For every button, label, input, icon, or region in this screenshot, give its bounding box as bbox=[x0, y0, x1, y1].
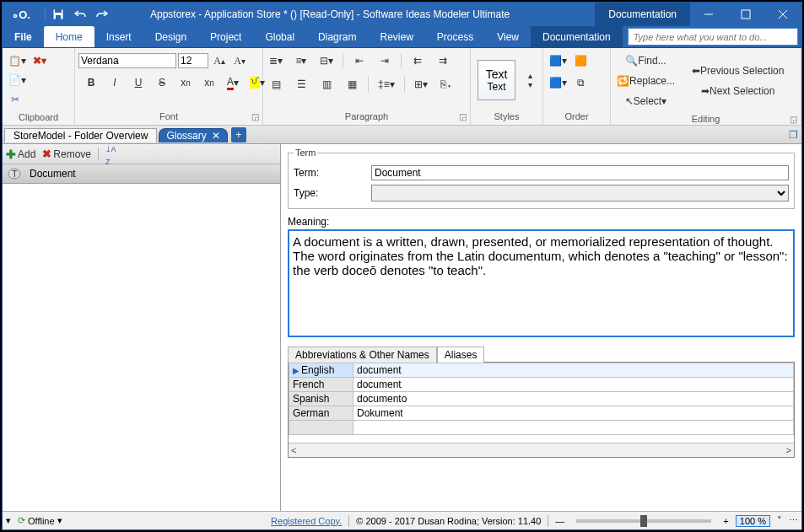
zoom-out-button[interactable]: — bbox=[555, 516, 564, 526]
undo-icon[interactable] bbox=[71, 6, 89, 23]
numbering-button[interactable]: ≡▾ bbox=[292, 51, 310, 70]
align-left-button[interactable]: ▤ bbox=[267, 75, 285, 94]
font-dialog-launcher[interactable]: ◲ bbox=[250, 112, 260, 122]
alias-value-cell[interactable]: document bbox=[353, 378, 794, 392]
close-tab-icon[interactable]: ✕ bbox=[212, 130, 220, 142]
save-icon[interactable] bbox=[49, 6, 67, 23]
indent-all-button[interactable]: ⇉ bbox=[434, 51, 452, 70]
next-selection-button[interactable]: ➡ Next Selection bbox=[689, 82, 786, 100]
multilevel-button[interactable]: ⊟▾ bbox=[317, 51, 336, 70]
previous-selection-button[interactable]: ⬅ Previous Selection bbox=[689, 62, 786, 80]
tab-design[interactable]: Design bbox=[143, 26, 198, 47]
styles-more-button[interactable]: ▴▾ bbox=[521, 71, 539, 89]
scroll-left-icon[interactable]: < bbox=[291, 445, 296, 455]
doc-tab-store-model[interactable]: StoreModel - Folder Overview bbox=[4, 128, 157, 142]
status-menu-button[interactable]: ▾ bbox=[6, 515, 11, 526]
new-tab-button[interactable]: + bbox=[231, 127, 246, 142]
alias-row[interactable]: Frenchdocument bbox=[289, 378, 794, 392]
scroll-right-icon[interactable]: > bbox=[786, 445, 791, 455]
add-term-button[interactable]: ✚Add bbox=[6, 148, 35, 161]
tab-project[interactable]: Project bbox=[198, 26, 253, 47]
alias-lang-cell[interactable]: French bbox=[289, 378, 353, 392]
copy-button[interactable]: 📄▾ bbox=[6, 71, 29, 89]
line-spacing-button[interactable]: ‡≡▾ bbox=[375, 75, 397, 94]
replace-button[interactable]: 🔁 Replace... bbox=[614, 72, 677, 90]
group-button[interactable]: ⧉ bbox=[571, 73, 590, 92]
increase-indent-button[interactable]: ⇥ bbox=[375, 51, 394, 70]
align-center-button[interactable]: ☰ bbox=[292, 75, 310, 94]
term-input[interactable] bbox=[371, 165, 789, 180]
zoom-slider[interactable] bbox=[576, 519, 711, 523]
remove-term-button[interactable]: ✖Remove bbox=[42, 148, 91, 160]
close-button[interactable] bbox=[764, 3, 801, 26]
decrease-indent-button[interactable]: ⇤ bbox=[350, 51, 369, 70]
italic-button[interactable]: I bbox=[105, 73, 124, 92]
tab-aliases[interactable]: Aliases bbox=[437, 347, 485, 363]
alias-table[interactable]: EnglishdocumentFrenchdocumentSpanishdocu… bbox=[289, 363, 794, 435]
contextual-tab-documentation[interactable]: Documentation bbox=[595, 3, 690, 26]
tabs-overflow-button[interactable]: ❐ bbox=[785, 129, 801, 141]
bold-button[interactable]: B bbox=[82, 73, 100, 92]
alias-row[interactable]: Spanishdocumento bbox=[289, 392, 794, 406]
maximize-button[interactable] bbox=[727, 3, 764, 26]
tab-view[interactable]: View bbox=[485, 26, 531, 47]
justify-button[interactable]: ▦ bbox=[343, 75, 361, 94]
delete-button[interactable]: ✖▾ bbox=[30, 51, 49, 70]
outdent-all-button[interactable]: ⇇ bbox=[408, 51, 427, 70]
type-select[interactable] bbox=[371, 185, 789, 202]
align-right-button[interactable]: ▥ bbox=[317, 75, 336, 94]
bullets-button[interactable]: ≣▾ bbox=[267, 51, 285, 70]
paragraph-dialog-launcher[interactable]: ◲ bbox=[457, 112, 467, 122]
tab-documentation[interactable]: Documentation bbox=[531, 26, 623, 47]
find-button[interactable]: 🔍 Find... bbox=[614, 51, 677, 70]
redo-icon[interactable] bbox=[93, 6, 111, 23]
style-text-card[interactable]: Text Text bbox=[478, 60, 515, 100]
alias-lang-cell[interactable]: German bbox=[289, 406, 353, 421]
alias-value-cell[interactable]: documento bbox=[353, 392, 794, 406]
font-color-button[interactable]: A▾ bbox=[224, 73, 242, 92]
send-backward-button[interactable]: 🟦▾ bbox=[547, 73, 569, 92]
alias-row[interactable]: GermanDokument bbox=[289, 406, 794, 421]
tab-abbreviations[interactable]: Abbreviations & Other Names bbox=[288, 347, 437, 363]
font-family-combo[interactable] bbox=[78, 53, 176, 68]
alias-lang-cell[interactable]: Spanish bbox=[289, 392, 353, 406]
zoom-dropdown[interactable]: ˅ bbox=[777, 515, 782, 526]
alias-value-cell[interactable]: Dokument bbox=[353, 406, 794, 421]
table-button[interactable]: ⊞▾ bbox=[412, 75, 430, 94]
term-list[interactable]: T Document bbox=[3, 164, 280, 511]
meaning-textarea[interactable]: A document is a written, drawn, presente… bbox=[288, 229, 795, 337]
alias-value-cell[interactable]: document bbox=[353, 363, 794, 378]
bring-front-button[interactable]: 🟧 bbox=[571, 51, 590, 70]
tell-me-search[interactable] bbox=[628, 28, 798, 46]
subscript-button[interactable]: xn bbox=[176, 73, 195, 92]
status-overflow[interactable]: ⋯ bbox=[789, 515, 798, 526]
tab-review[interactable]: Review bbox=[368, 26, 424, 47]
strike-button[interactable]: S bbox=[153, 73, 171, 92]
font-size-combo[interactable] bbox=[178, 53, 208, 68]
tab-diagram[interactable]: Diagram bbox=[306, 26, 368, 47]
doc-tab-glossary[interactable]: Glossary✕ bbox=[159, 128, 227, 142]
term-list-item[interactable]: T Document bbox=[3, 164, 280, 184]
underline-button[interactable]: U bbox=[129, 73, 148, 92]
editing-dialog-launcher[interactable]: ◲ bbox=[788, 115, 798, 125]
alias-row-empty[interactable] bbox=[289, 421, 794, 435]
alias-scrollbar[interactable]: <> bbox=[289, 443, 794, 457]
registered-link[interactable]: Registered Copy. bbox=[271, 516, 342, 526]
tab-insert[interactable]: Insert bbox=[94, 26, 143, 47]
zoom-in-button[interactable]: + bbox=[723, 516, 728, 526]
tab-file[interactable]: File bbox=[3, 26, 44, 47]
tab-home[interactable]: Home bbox=[44, 26, 94, 47]
grow-font-button[interactable]: A▴ bbox=[210, 51, 229, 70]
minimize-button[interactable] bbox=[690, 3, 727, 26]
alias-row[interactable]: Englishdocument bbox=[289, 363, 794, 378]
zoom-value[interactable]: 100 % bbox=[736, 515, 770, 527]
cut-button[interactable]: ✂ bbox=[6, 90, 24, 109]
superscript-button[interactable]: xn bbox=[200, 73, 219, 92]
tab-process[interactable]: Process bbox=[425, 26, 485, 47]
select-button[interactable]: ↖ Select ▾ bbox=[614, 92, 677, 110]
shrink-font-button[interactable]: A▾ bbox=[230, 51, 249, 70]
paste-button[interactable]: 📋▾ bbox=[6, 51, 29, 70]
page-break-button[interactable]: ⎘▾ bbox=[437, 75, 456, 94]
offline-status[interactable]: ⟳Offline ▾ bbox=[18, 515, 62, 526]
sort-button[interactable]: ↓AZ bbox=[105, 142, 116, 167]
